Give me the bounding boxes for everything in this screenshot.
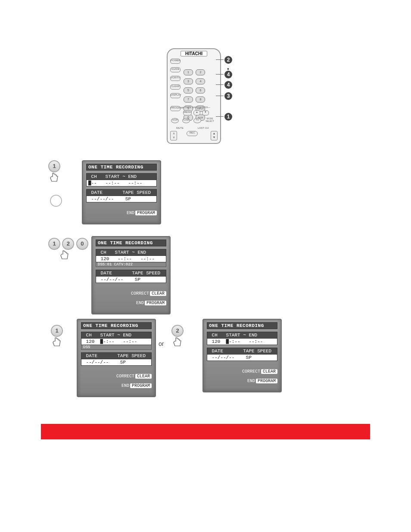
osd-step3-left: ONE TIME RECORDING CH START ~ END 120 █-… xyxy=(77,319,156,397)
osd-header2: DATE TAPE SPEED xyxy=(207,348,277,355)
step2-btn-2: 2 xyxy=(62,238,74,250)
footer-end: END xyxy=(247,379,255,383)
footer-program: PROGRAM xyxy=(256,379,277,383)
hand-icon xyxy=(51,335,64,348)
osd-value: 120 --:-- --:-- xyxy=(96,256,166,262)
step-badge-faded xyxy=(50,195,62,207)
footer-program: PROGRAM xyxy=(130,383,152,388)
keypad-6: 6 xyxy=(196,87,205,93)
mode-select-label: MODE SELECT xyxy=(204,117,216,122)
osd-value: █-- --:-- --:-- xyxy=(86,180,157,187)
osd-value: 120 █-:-- --:-- xyxy=(81,339,152,345)
osd-header2: DATE TAPE SPEED xyxy=(86,189,157,196)
menu-button: MENU xyxy=(183,110,192,115)
callout-3: 3 xyxy=(224,92,232,100)
osd-header: CH START ~ END xyxy=(86,173,157,180)
program-button: PROGRAM xyxy=(170,106,181,111)
power-button: POWER xyxy=(170,59,181,64)
footer-program: PROGRAM xyxy=(135,211,157,215)
remote-diagram: HITACHI POWER GUIDE VCR/TV CLEAR DISPLAY… xyxy=(164,48,242,143)
step1-button-num: 1 xyxy=(48,160,60,172)
osd-title: ONE TIME RECORDING xyxy=(81,322,152,329)
footer-clear: CLEAR xyxy=(135,374,152,379)
callout-4b: 4 xyxy=(224,81,232,89)
osd-footer: CORRECTCLEAR ENDPROGRAM xyxy=(207,364,277,388)
callout-2: 2 xyxy=(224,56,232,64)
callout-1: 1 xyxy=(224,113,232,121)
osd-header: CH START ~ END xyxy=(96,249,166,256)
osd-status: DSS xyxy=(81,345,152,350)
red-divider-bar xyxy=(41,424,370,439)
footer-clear: CLEAR xyxy=(261,369,277,374)
osd-value2: --/--/-- SP xyxy=(96,277,166,283)
osd-value2: --/--/-- SP xyxy=(207,355,277,361)
osd-footer: CORRECTCLEAR ENDPROGRAM xyxy=(96,286,166,310)
osd-footer: ENDPROGRAM xyxy=(86,206,157,220)
osd-value2: --/--/-- SP xyxy=(81,359,152,366)
osd-header2: DATE TAPE SPEED xyxy=(96,270,166,277)
osd-step2: ONE TIME RECORDING CH START ~ END 120 --… xyxy=(91,236,171,314)
keypad-5: 5 xyxy=(184,87,193,93)
keypad-8: 8 xyxy=(196,96,205,103)
display-button: DISPLAY xyxy=(170,93,181,98)
step2-btn-0: 0 xyxy=(76,238,88,250)
remote-body: HITACHI POWER GUIDE VCR/TV CLEAR DISPLAY… xyxy=(167,48,221,144)
tv-mode-button: TV xyxy=(193,118,201,123)
cam-mode-button: CAM xyxy=(182,118,190,123)
keypad-2: 2 xyxy=(196,69,205,75)
nav-up-button: ▲ xyxy=(193,110,200,115)
osd-header2: DATE TAPE SPEED xyxy=(81,352,152,359)
osd-title: ONE TIME RECORDING xyxy=(207,322,277,329)
keypad-7: 7 xyxy=(184,96,193,103)
footer-correct: CORRECT xyxy=(116,374,134,379)
hand-icon xyxy=(171,335,184,348)
osd-value2: --/--/-- SP xyxy=(86,196,157,202)
ch-rocker: ▲▼ xyxy=(211,131,218,140)
footer-end: END xyxy=(136,301,144,305)
osd-header: CH START ~ END xyxy=(81,332,152,339)
guide-button: GUIDE xyxy=(170,67,181,72)
nav-down-button: ▼ xyxy=(202,110,209,115)
footer-clear: CLEAR xyxy=(150,291,166,296)
footer-end: END xyxy=(127,211,134,215)
step2-press: 1 2 0 xyxy=(48,238,88,261)
footer-program: PROGRAM xyxy=(145,301,166,305)
callout-4a: 4 xyxy=(224,71,232,78)
vcrtv-button: VCR/TV xyxy=(170,76,181,81)
step2-btn-1: 1 xyxy=(48,238,60,250)
osd-header: CH START ~ END xyxy=(207,332,277,339)
keypad-4: 4 xyxy=(196,78,205,84)
vcr-mode-button: VCR xyxy=(171,118,179,123)
or-label: or xyxy=(159,340,164,347)
step1-press: 1 xyxy=(48,160,61,184)
osd-title: ONE TIME RECORDING xyxy=(86,164,157,171)
hand-icon xyxy=(59,248,72,261)
step3-right-btn: 2 xyxy=(171,325,184,337)
step3-left-press: 1 xyxy=(51,325,64,348)
keypad-1: 1 xyxy=(184,69,193,75)
rec-button: REC xyxy=(187,131,198,136)
footer-correct: CORRECT xyxy=(242,369,260,374)
step3-left-btn: 1 xyxy=(51,325,63,337)
keypad-3: 3 xyxy=(184,78,193,84)
mute-label: MUTE xyxy=(176,127,184,129)
tape-nav-label: —TAPE NAVIGATION— xyxy=(182,106,210,109)
step3-right-press: 2 xyxy=(171,325,184,348)
footer-end: END xyxy=(121,383,129,388)
osd-footer: CORRECTCLEAR ENDPROGRAM xyxy=(81,369,152,393)
remote-brand: HITACHI xyxy=(181,51,207,56)
page: HITACHI POWER GUIDE VCR/TV CLEAR DISPLAY… xyxy=(0,0,411,532)
clear-button: CLEAR xyxy=(170,84,181,90)
osd-status: DSS:01 CATV:022 xyxy=(96,262,166,267)
hand-icon xyxy=(48,171,61,184)
osd-value: 120 █-:-- --:-- xyxy=(207,339,277,345)
osd-step3-right: ONE TIME RECORDING CH START ~ END 120 █-… xyxy=(202,319,282,392)
osd-step1: ONE TIME RECORDING CH START ~ END █-- --… xyxy=(82,160,161,224)
osd-title: ONE TIME RECORDING xyxy=(96,240,166,246)
footer-correct: CORRECT xyxy=(131,291,149,296)
lastch-label: LAST CH xyxy=(198,127,209,129)
vol-rocker: ∧∨ xyxy=(170,131,177,140)
